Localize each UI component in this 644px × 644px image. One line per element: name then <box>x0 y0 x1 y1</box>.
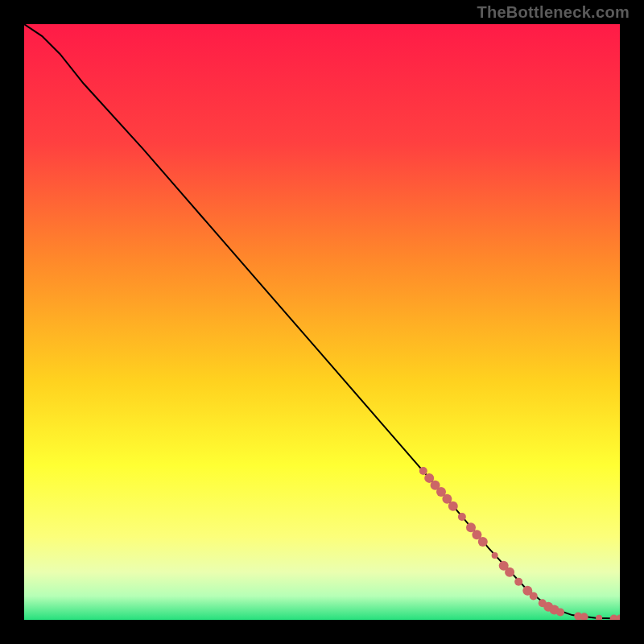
curve-chart <box>24 24 620 620</box>
curve-marker <box>419 467 427 475</box>
curve-marker <box>478 537 488 547</box>
watermark-text: TheBottleneck.com <box>477 3 630 22</box>
plot-background <box>24 24 620 620</box>
curve-marker <box>514 578 522 586</box>
curve-marker <box>556 608 564 616</box>
curve-marker <box>458 513 466 521</box>
curve-marker <box>530 592 538 600</box>
chart-container: TheBottleneck.com <box>0 0 644 644</box>
curve-marker <box>492 552 498 559</box>
curve-marker <box>505 568 514 577</box>
curve-marker <box>448 502 458 511</box>
